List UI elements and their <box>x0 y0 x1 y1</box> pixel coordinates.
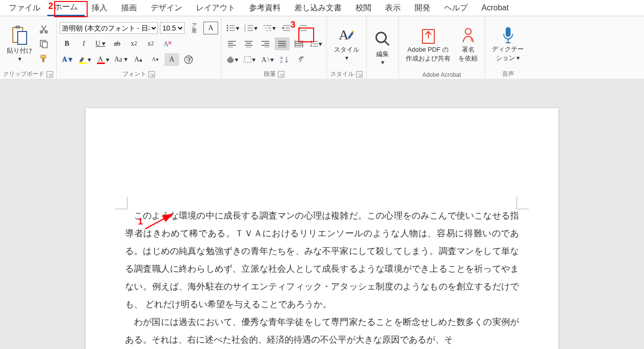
tab-developer[interactable]: 開発 <box>408 0 437 16</box>
shrink-font-button[interactable]: A▾ <box>148 53 162 66</box>
strikethrough-button[interactable]: ab <box>110 37 125 50</box>
tab-references[interactable]: 参考資料 <box>242 0 288 16</box>
text-effects-button[interactable]: A ▾ <box>60 53 74 66</box>
grow-font-button[interactable]: A▴ <box>131 53 146 66</box>
tab-acrobat[interactable]: Acrobat <box>475 1 515 15</box>
shading-button[interactable]: ▾ <box>225 53 240 66</box>
svg-point-32 <box>465 29 471 34</box>
copy-button[interactable] <box>36 37 51 50</box>
tab-mailings[interactable]: 差し込み文書 <box>288 0 349 16</box>
cut-button[interactable] <box>36 23 51 35</box>
bullets-button[interactable]: ▾ <box>225 22 241 34</box>
underline-button[interactable]: U ▾ <box>93 37 108 50</box>
line-spacing-button[interactable]: ▾ <box>308 37 323 50</box>
svg-point-30 <box>376 32 386 42</box>
svg-point-17 <box>227 25 228 26</box>
request-signatures-button[interactable]: x 署名 を依頼 <box>454 24 482 65</box>
character-shading-button[interactable]: A <box>164 53 179 66</box>
asian-layout-button[interactable]: A▾ <box>259 53 275 66</box>
paste-label: 貼り付け <box>7 46 32 55</box>
numbering-button[interactable]: 123▾ <box>243 22 259 34</box>
font-size-select[interactable]: 10.5 <box>160 22 185 34</box>
styles-button[interactable]: A スタイル ▾ <box>330 24 363 63</box>
svg-point-18 <box>227 27 228 29</box>
tab-insert[interactable]: 挿入 <box>85 0 114 16</box>
group-acrobat: Adobe PDF の 作成および共有 x 署名 を依頼 Adobe Acrob… <box>399 16 485 79</box>
group-font: 游明朝 (本文のフォント - 日本 10.5 ア亜 A B I U ▾ ab x… <box>57 16 222 79</box>
svg-text:A: A <box>339 27 349 42</box>
pdf-label-2: 作成および共有 <box>406 54 451 63</box>
chevron-down-icon: ▾ <box>381 59 385 66</box>
tab-design[interactable]: デザイン <box>144 0 189 16</box>
dialog-launcher-icon[interactable] <box>148 71 155 78</box>
paste-button[interactable]: 貼り付け ▾ <box>3 23 36 64</box>
group-acrobat-label: Adobe Acrobat <box>422 71 461 78</box>
align-left-button[interactable] <box>225 37 239 50</box>
align-center-button[interactable] <box>241 37 256 50</box>
subscript-button[interactable]: x2 <box>127 37 141 50</box>
tab-layout[interactable]: レイアウト <box>189 0 242 16</box>
pdf-label-1: Adobe PDF の <box>408 45 449 54</box>
dictate-label-1: ディクテー <box>492 45 524 54</box>
tab-help[interactable]: ヘルプ <box>437 0 475 16</box>
highlight-color-button[interactable]: ▾ <box>76 53 93 66</box>
svg-text:Z: Z <box>280 60 283 63</box>
group-editing: 編集 ▾ <box>367 16 399 79</box>
dialog-launcher-icon[interactable] <box>278 71 285 78</box>
svg-rect-11 <box>79 63 87 64</box>
tab-file[interactable]: ファイル <box>2 0 47 16</box>
dictate-label-2: ション ▾ <box>496 54 520 63</box>
character-border-button[interactable]: A <box>203 22 218 34</box>
create-share-pdf-button[interactable]: Adobe PDF の 作成および共有 <box>402 24 454 65</box>
enclose-characters-button[interactable]: 字 <box>181 53 196 66</box>
tab-draw[interactable]: 描画 <box>114 0 144 16</box>
bold-button[interactable]: B <box>60 37 74 50</box>
format-painter-button[interactable] <box>36 52 51 65</box>
svg-text:A: A <box>98 56 103 63</box>
tab-home[interactable]: ホーム <box>47 0 85 16</box>
group-voice-label: 音声 <box>502 70 514 78</box>
group-paragraph-label: 段落 <box>264 70 276 78</box>
dialog-launcher-icon[interactable] <box>356 71 363 78</box>
group-clipboard: 貼り付け ▾ クリップボード <box>0 16 57 79</box>
italic-button[interactable]: I <box>76 37 91 50</box>
justify-button[interactable] <box>275 37 290 50</box>
dialog-launcher-icon[interactable] <box>46 71 53 78</box>
font-name-select[interactable]: 游明朝 (本文のフォント - 日本 <box>60 22 158 34</box>
decrease-indent-button[interactable] <box>279 22 294 34</box>
chevron-down-icon: ▾ <box>18 55 22 63</box>
editing-button[interactable]: 編集 ▾ <box>370 28 395 68</box>
show-marks-button[interactable] <box>294 53 309 66</box>
editing-label: 編集 <box>376 50 389 59</box>
svg-rect-34 <box>506 27 511 37</box>
styles-label: スタイル <box>334 45 359 54</box>
document-area: このような環境の中に成長する調査マンの心理は複雑だ。この心理をのみこんで使いこな… <box>0 79 644 80</box>
phonetic-guide-button[interactable]: ア亜 <box>187 22 201 34</box>
sign-label-1: 署名 <box>462 45 475 54</box>
borders-button[interactable]: ▾ <box>242 53 257 66</box>
tab-review[interactable]: 校閲 <box>349 0 378 16</box>
sign-label-2: を依頼 <box>458 54 478 63</box>
multilevel-list-button[interactable]: ▾ <box>261 22 277 34</box>
distributed-button[interactable] <box>291 37 306 50</box>
svg-rect-2 <box>18 32 27 44</box>
dictate-button[interactable]: ディクテー ション ▾ <box>488 23 528 64</box>
svg-rect-13 <box>97 63 105 64</box>
svg-rect-23 <box>244 57 251 63</box>
align-right-button[interactable] <box>258 37 273 50</box>
group-voice: ディクテー ション ▾ 音声 <box>485 16 531 79</box>
superscript-button[interactable]: x2 <box>143 37 158 50</box>
svg-text:A: A <box>261 56 267 63</box>
svg-text:x: x <box>470 37 473 42</box>
ribbon-tabs: ファイル ホーム 挿入 描画 デザイン レイアウト 参考資料 差し込み文書 校閲… <box>0 0 644 16</box>
clear-formatting-button[interactable]: A <box>160 37 175 50</box>
group-paragraph: ▾ 123▾ ▾ ▾ ▾ ▾ A▾ <box>222 16 327 79</box>
svg-text:字: 字 <box>186 56 192 63</box>
increase-indent-button[interactable] <box>296 22 311 34</box>
tab-view[interactable]: 表示 <box>378 0 408 16</box>
group-clipboard-label: クリップボード <box>3 70 44 78</box>
sort-button[interactable]: AZ <box>277 53 292 66</box>
font-color-button[interactable]: A▾ <box>95 53 111 66</box>
ribbon-content: 貼り付け ▾ クリップボード 游明朝 (本文のフォント - 日本 10.5 ア亜… <box>0 16 644 80</box>
change-case-button[interactable]: Aa ▾ <box>113 53 129 66</box>
